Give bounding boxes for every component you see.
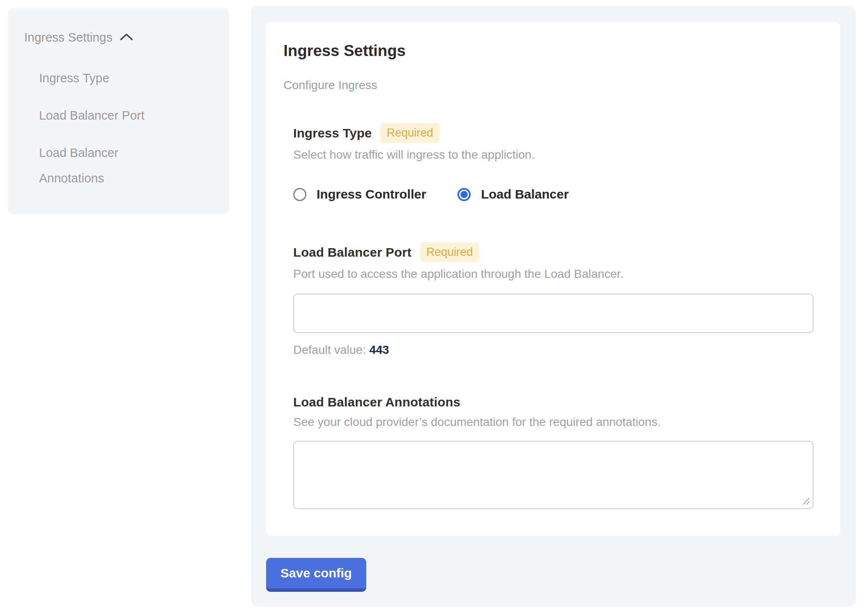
save-config-button[interactable]: Save config (266, 558, 366, 592)
settings-panel: Ingress Settings Configure Ingress Ingre… (251, 6, 856, 607)
lb-annotations-textarea-wrap (293, 441, 814, 509)
sidebar-item-load-balancer-annotations[interactable]: Load Balancer Annotations (39, 140, 183, 191)
ingress-settings-card: Ingress Settings Configure Ingress Ingre… (266, 22, 840, 536)
ingress-type-label: Ingress Type (293, 125, 372, 141)
radio-label-load-balancer: Load Balancer (481, 187, 569, 202)
lb-port-default-line: Default value:443 (293, 343, 813, 357)
sidebar-item-load-balancer-port[interactable]: Load Balancer Port (39, 103, 183, 128)
chevron-up-icon (119, 30, 134, 45)
settings-nav-sidebar: Ingress Settings Ingress Type Load Balan… (8, 8, 229, 214)
lb-port-label-row: Load Balancer Port Required (293, 242, 813, 262)
lb-port-label: Load Balancer Port (293, 244, 412, 260)
radio-label-ingress-controller: Ingress Controller (317, 187, 426, 202)
radio-load-balancer[interactable]: Load Balancer (457, 187, 569, 202)
sidebar-item-list: Ingress Type Load Balancer Port Load Bal… (39, 65, 183, 191)
lb-annotations-label: Load Balancer Annotations (293, 394, 460, 410)
resize-grip-icon[interactable] (802, 497, 811, 505)
radio-ingress-controller[interactable]: Ingress Controller (293, 187, 426, 202)
form-sections: Ingress Type Required Select how traffic… (293, 123, 813, 509)
lb-port-input[interactable] (293, 294, 814, 333)
lb-port-description: Port used to access the application thro… (293, 266, 813, 282)
required-badge: Required (380, 123, 440, 143)
required-badge: Required (420, 242, 480, 262)
sidebar-section-toggle[interactable]: Ingress Settings (24, 30, 216, 45)
sidebar-section-title: Ingress Settings (24, 30, 112, 45)
ingress-type-label-row: Ingress Type Required (293, 123, 813, 143)
default-value-label: Default value: (293, 343, 366, 356)
page-title: Ingress Settings (283, 41, 813, 61)
lb-annotations-textarea[interactable] (293, 441, 814, 509)
ingress-type-description: Select how traffic will ingress to the a… (293, 147, 813, 162)
ingress-type-radio-group: Ingress Controller Load Balancer (293, 187, 813, 202)
lb-annotations-label-row: Load Balancer Annotations (293, 394, 813, 410)
radio-checked-icon (457, 188, 471, 201)
sidebar-item-ingress-type[interactable]: Ingress Type (39, 65, 183, 91)
default-value: 443 (369, 343, 389, 356)
lb-annotations-description: See your cloud provider’s documentation … (293, 414, 813, 430)
radio-unchecked-icon (293, 188, 306, 201)
page-subtitle: Configure Ingress (283, 78, 813, 92)
